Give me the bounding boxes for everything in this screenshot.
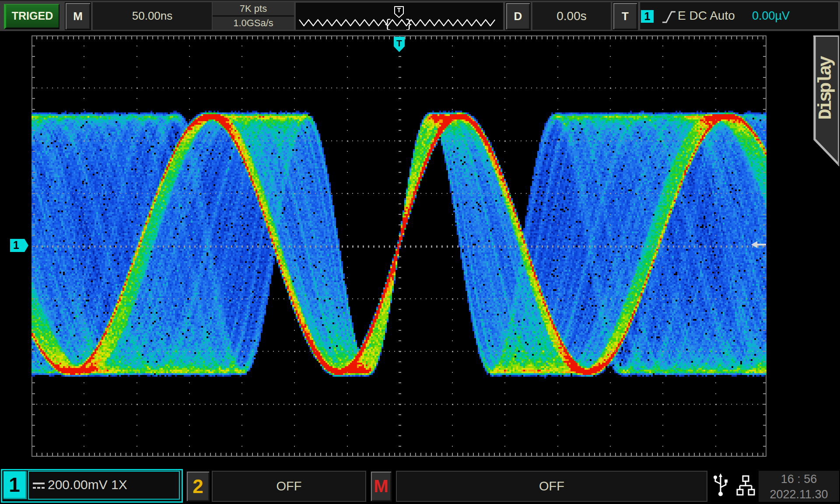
svg-text:T: T bbox=[396, 38, 402, 48]
svg-text:1: 1 bbox=[13, 239, 19, 251]
